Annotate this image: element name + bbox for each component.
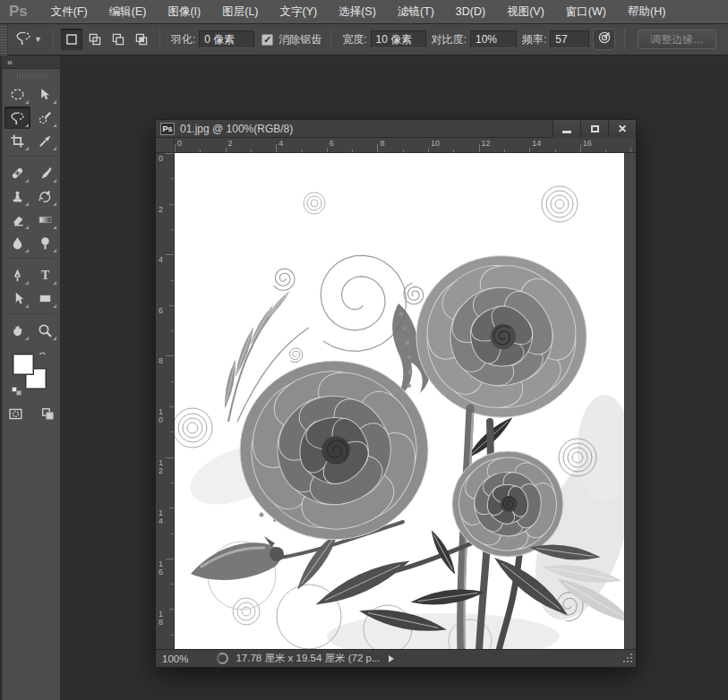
panel-collapse-button[interactable]: « <box>3 55 60 69</box>
foreground-color-swatch[interactable] <box>13 354 33 374</box>
menu-item-help[interactable]: 帮助(H) <box>617 0 676 24</box>
tool-flyout-indicator <box>53 202 56 206</box>
menu-item-select[interactable]: 选择(S) <box>328 0 387 24</box>
tool-hand-tool[interactable] <box>4 320 30 342</box>
tool-gradient-tool[interactable] <box>32 209 58 231</box>
tool-eyedropper-tool[interactable] <box>32 130 58 152</box>
tool-flyout-indicator <box>25 202 29 206</box>
tool-group-separator <box>8 313 55 319</box>
menu-bar: Ps 文件(F)编辑(E)图像(I)图层(L)文字(Y)选择(S)滤镜(T)3D… <box>0 0 728 24</box>
menu-item-edit[interactable]: 编辑(E) <box>98 0 158 24</box>
tool-preset-picker[interactable]: ▼ <box>8 27 47 52</box>
ruler-h-label: 4 <box>278 140 283 148</box>
swap-colors-icon[interactable] <box>39 349 49 365</box>
tool-dodge-tool[interactable] <box>32 232 58 254</box>
tool-type-tool[interactable]: T <box>32 264 58 286</box>
tool-healing-brush-tool[interactable] <box>4 162 30 184</box>
tool-zoom-tool[interactable] <box>32 320 58 342</box>
menu-item-image[interactable]: 图像(I) <box>157 0 211 24</box>
minimize-icon <box>562 131 571 133</box>
status-sync-icon <box>217 653 228 664</box>
ruler-v-label: 10 <box>158 408 163 424</box>
ruler-v-label: 16 <box>158 560 163 576</box>
menu-item-view[interactable]: 视图(V) <box>496 0 555 24</box>
tool-path-selection-tool[interactable] <box>4 287 30 310</box>
minimize-button[interactable] <box>552 120 580 138</box>
zoom-level[interactable]: 100% <box>156 653 197 664</box>
contrast-input[interactable] <box>470 30 517 48</box>
tool-flyout-indicator <box>53 337 56 340</box>
tool-flyout-indicator <box>53 281 56 285</box>
tool-flyout-indicator <box>25 281 29 285</box>
tool-crop-tool[interactable] <box>4 130 30 152</box>
tool-flyout-indicator <box>25 304 29 308</box>
tool-magnetic-lasso-tool[interactable] <box>4 107 30 129</box>
separator <box>53 29 54 50</box>
tool-flyout-indicator <box>53 304 56 308</box>
menu-item-window[interactable]: 窗口(W) <box>555 0 617 24</box>
document-statusbar: 100% 17.78 厘米 x 19.54 厘米 (72 p... <box>156 649 636 667</box>
tool-elliptical-marquee-tool[interactable] <box>4 83 30 106</box>
ruler-v-label: 12 <box>158 459 163 475</box>
tool-eraser-tool[interactable] <box>4 209 30 231</box>
chevron-down-icon: ▼ <box>34 35 42 44</box>
separator <box>624 29 625 50</box>
ruler-h-label: 14 <box>532 140 541 148</box>
frequency-input[interactable] <box>550 30 589 48</box>
tools-panel: « T <box>2 55 61 700</box>
antialias-checkbox[interactable]: ✓ <box>261 34 273 46</box>
menu-item-layer[interactable]: 图层(L) <box>211 0 269 24</box>
ruler-v-label: 18 <box>158 610 163 627</box>
maximize-button[interactable] <box>580 120 608 138</box>
refine-edge-button[interactable]: 调整边缘… <box>638 30 716 49</box>
status-expander-icon[interactable] <box>389 655 394 662</box>
options-bar: ▼ 羽化: ✓ 消除锯齿 宽度: 对比度: 频率: 调整边缘… <box>0 24 728 55</box>
document-titlebar[interactable]: Ps 01.jpg @ 100%(RGB/8) ✕ <box>156 120 636 138</box>
mode-subtract-from-selection-button[interactable] <box>107 29 129 50</box>
ps-logo: Ps <box>0 3 40 21</box>
ruler-h-label: 6 <box>330 140 334 148</box>
stylus-pressure-icon <box>597 30 612 48</box>
tool-history-brush-tool[interactable] <box>32 185 58 208</box>
mode-intersect-selection-button[interactable] <box>131 29 152 50</box>
pen-pressure-toggle[interactable] <box>593 29 615 50</box>
tool-shape-tool[interactable] <box>32 287 58 310</box>
tool-move-tool[interactable] <box>32 83 58 106</box>
canvas-image[interactable] <box>175 153 624 651</box>
tool-flyout-indicator <box>25 226 29 229</box>
menu-item-3d[interactable]: 3D(D) <box>445 0 496 24</box>
tool-pen-tool[interactable] <box>4 264 30 286</box>
tool-clone-stamp-tool[interactable] <box>4 185 30 208</box>
mode-new-selection-button[interactable] <box>61 29 82 50</box>
tool-blur-tool[interactable] <box>4 232 30 254</box>
tool-flyout-indicator <box>53 147 56 150</box>
window-resize-grip[interactable] <box>621 653 633 664</box>
separator <box>159 29 160 50</box>
tool-group-separator <box>8 156 55 161</box>
tool-quick-mask[interactable] <box>3 403 28 425</box>
tool-flyout-indicator <box>53 226 56 229</box>
tool-screen-mode[interactable] <box>35 403 60 425</box>
default-colors-icon[interactable] <box>12 387 21 396</box>
width-input[interactable] <box>371 30 426 48</box>
tool-quick-selection-tool[interactable] <box>32 107 58 129</box>
ruler-v-label: 4 <box>158 256 163 264</box>
tool-flyout-indicator <box>25 179 29 183</box>
horizontal-ruler: 0246810121416 <box>175 138 636 153</box>
menu-item-type[interactable]: 文字(Y) <box>270 0 329 24</box>
close-button[interactable]: ✕ <box>608 120 636 138</box>
mode-add-to-selection-button[interactable] <box>84 29 106 50</box>
tool-brush-tool[interactable] <box>32 162 58 184</box>
ruler-origin-box[interactable] <box>156 138 175 153</box>
scroll-track[interactable] <box>624 153 636 651</box>
panel-drag-grip[interactable] <box>15 71 47 81</box>
maximize-icon <box>591 125 599 132</box>
menu-item-filter[interactable]: 滤镜(T) <box>387 0 445 24</box>
width-label: 宽度: <box>342 32 366 47</box>
menu-item-file[interactable]: 文件(F) <box>40 0 98 24</box>
ruler-v-label: 8 <box>158 357 163 365</box>
feather-input[interactable] <box>199 30 254 48</box>
ruler-h-label: 8 <box>380 140 384 148</box>
ruler-v-label: 14 <box>158 509 163 525</box>
canvas[interactable] <box>175 153 624 651</box>
